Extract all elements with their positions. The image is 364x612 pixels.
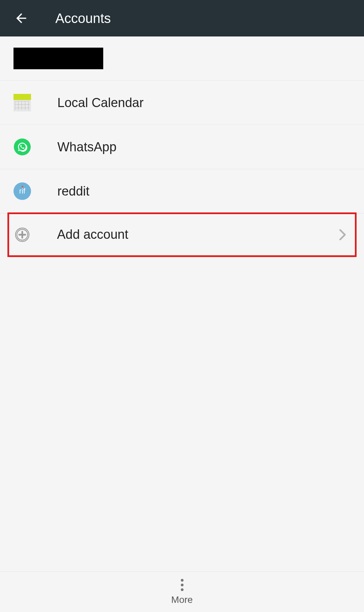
whatsapp-icon: [13, 138, 31, 156]
back-icon[interactable]: [13, 10, 29, 26]
chevron-right-icon: [337, 229, 348, 240]
rif-icon: rif: [13, 182, 31, 200]
more-label: More: [171, 594, 193, 605]
content-area: Local Calendar WhatsApp rif reddit: [0, 36, 364, 571]
add-account-item[interactable]: Add account: [9, 214, 355, 255]
account-label: WhatsApp: [57, 140, 364, 154]
more-icon: [181, 579, 184, 591]
add-account-label: Add account: [57, 227, 337, 242]
app-header: Accounts: [0, 0, 364, 36]
account-item-local-calendar[interactable]: Local Calendar: [0, 81, 364, 125]
redacted-account-row[interactable]: [0, 36, 364, 81]
account-item-whatsapp[interactable]: WhatsApp: [0, 125, 364, 169]
account-item-reddit[interactable]: rif reddit: [0, 169, 364, 213]
redacted-block: [13, 48, 103, 69]
calendar-icon: [13, 94, 31, 111]
account-label: Local Calendar: [57, 96, 364, 110]
plus-circle-icon: [14, 226, 31, 243]
page-title: Accounts: [55, 11, 111, 26]
add-account-highlight: Add account: [7, 212, 357, 257]
account-label: reddit: [57, 184, 364, 199]
more-button[interactable]: More: [0, 571, 364, 612]
